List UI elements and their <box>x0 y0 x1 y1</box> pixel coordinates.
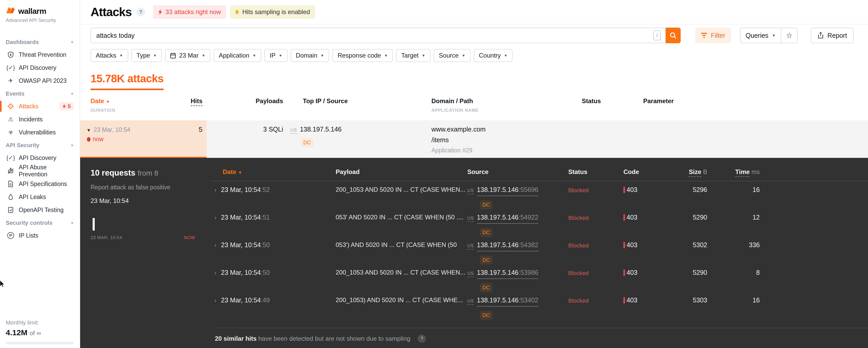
attack-row-date-cell[interactable]: ▼ 23 Mar, 10:54 5 now <box>80 120 207 159</box>
source-ip[interactable]: 138.197.5.146:54382 <box>477 241 538 251</box>
sidebar-item-api-discovery[interactable]: {✓} API Discovery <box>0 61 80 74</box>
warning-icon: ⚠ <box>7 116 14 122</box>
sidebar-item-api-leaks[interactable]: API Leaks <box>0 191 80 203</box>
header-actions[interactable]: Actions <box>760 168 868 176</box>
source-ip[interactable]: 138.197.5.146:53402 <box>477 296 538 307</box>
request-time: 8 <box>707 269 760 277</box>
sidebar-item-label: OpenAPI Testing <box>19 207 63 213</box>
help-icon[interactable]: ? <box>417 335 426 343</box>
histogram-bar <box>93 218 95 231</box>
document-icon <box>7 180 14 187</box>
header-top-ip-source: Top IP / Source <box>286 97 431 113</box>
country-code[interactable]: US <box>467 216 474 222</box>
report-button[interactable]: Report <box>811 28 854 43</box>
country-code[interactable]: US <box>467 243 474 250</box>
attack-row-selected[interactable]: ▼ 23 Mar, 10:54 5 now 3 SQLi US 138.197.… <box>80 120 868 159</box>
request-row[interactable]: ›23 Mar, 10:54:51 053' AND 5020 IN ... C… <box>210 209 868 236</box>
sidebar-item-api-discovery-2[interactable]: {✓} API Discovery <box>0 151 80 164</box>
chip-date[interactable]: 23 Mar▼ <box>165 49 211 62</box>
chevron-right-icon[interactable]: › <box>214 242 216 249</box>
help-icon[interactable]: ? <box>136 7 145 17</box>
chevron-down-icon[interactable]: ▼ <box>86 128 91 133</box>
checklist-icon <box>7 207 14 213</box>
request-row[interactable]: ›23 Mar, 10:54:49 200_1053) AND 5020 IN … <box>210 292 868 319</box>
sidebar-item-api-specifications[interactable]: API Specifications <box>0 177 80 191</box>
chip-country[interactable]: Country▼ <box>474 49 513 62</box>
requests-table-header: Date ▼ Payload Source Status Code Size B… <box>210 168 868 181</box>
sidebar-item-vulnerabilities[interactable]: ☣ Vulnerabilities <box>0 126 80 139</box>
section-api-security[interactable]: API Security ▼ <box>0 139 80 151</box>
chip-application[interactable]: Application▼ <box>214 49 261 62</box>
request-row[interactable]: ›23 Mar, 10:54:50 053') AND 5020 IN ... … <box>210 236 868 264</box>
sidebar: wallarm Advanced API Security Dashboards… <box>0 0 80 348</box>
chip-ip[interactable]: IP▼ <box>265 49 287 62</box>
request-size: 5302 <box>670 241 707 249</box>
source-ip[interactable]: 138.197.5.146:54922 <box>477 213 538 224</box>
droplet-icon <box>7 194 14 200</box>
chip-domain[interactable]: Domain▼ <box>291 49 330 62</box>
calendar-icon <box>170 52 176 59</box>
source-ip[interactable]: 138.197.5.146:53986 <box>477 269 538 279</box>
chevron-down-icon: ▼ <box>772 33 776 37</box>
logo[interactable]: wallarm <box>0 6 80 16</box>
sort-arrow-icon: ▼ <box>238 170 242 175</box>
header-time[interactable]: Time ms <box>707 168 760 176</box>
chevron-right-icon[interactable]: › <box>214 269 216 276</box>
sidebar-item-label: API Discovery <box>19 154 56 162</box>
queries-button[interactable]: Queries ▼ <box>741 28 781 43</box>
country-code[interactable]: US <box>467 188 474 194</box>
sidebar-item-api-abuse-prevention[interactable]: API Abuse Prevention <box>0 164 80 177</box>
chevron-down-icon: ▼ <box>70 92 74 96</box>
header-date[interactable]: Date ▼ <box>210 168 336 176</box>
search-input[interactable] <box>91 28 665 43</box>
chevron-right-icon[interactable]: › <box>214 297 216 304</box>
sidebar-item-openapi-testing[interactable]: OpenAPI Testing <box>0 203 80 216</box>
section-dashboards[interactable]: Dashboards ▼ <box>0 36 80 48</box>
report-false-positive-link[interactable]: Report attack as false positive <box>91 184 210 191</box>
chip-type[interactable]: Type▼ <box>131 49 162 62</box>
country-code[interactable]: US <box>467 271 474 277</box>
chevron-right-icon[interactable]: › <box>214 187 216 193</box>
datacenter-badge: DC <box>480 256 493 265</box>
braces-check-icon: {✓} <box>7 155 14 161</box>
header-size[interactable]: Size B <box>670 168 707 176</box>
code-severity-bar <box>623 242 625 248</box>
chip-attacks[interactable]: Attacks▼ <box>91 49 128 62</box>
request-payload: 053' AND 5020 IN ... CT (CASE WHEN (50 .… <box>336 213 467 221</box>
country-code[interactable]: US <box>467 298 474 305</box>
sidebar-item-attacks[interactable]: Attacks 5 <box>0 100 80 113</box>
filter-button[interactable]: Filter <box>695 28 731 43</box>
chip-target[interactable]: Target▼ <box>396 49 431 62</box>
sidebar-item-owasp-api-2023[interactable]: ✈ OWASP API 2023 <box>0 74 80 87</box>
section-events[interactable]: Events ▼ <box>0 87 80 100</box>
request-row[interactable]: ›23 Mar, 10:54:50 200_1053 AND 5020 IN .… <box>210 264 868 292</box>
sidebar-item-incidents[interactable]: ⚠ Incidents <box>0 113 80 126</box>
attack-live-indicator: now <box>87 136 203 143</box>
header-hits[interactable]: Hits <box>163 97 207 113</box>
attack-source: US 138.197.5.146 DC <box>286 125 431 159</box>
request-row[interactable]: ›23 Mar, 10:54:52 200_1053 AND 5020 IN .… <box>210 181 868 209</box>
ip-circle-icon: IP <box>7 232 14 239</box>
country-code[interactable]: US <box>290 128 297 134</box>
request-size: 5290 <box>670 213 707 221</box>
section-security-controls[interactable]: Security controls ▼ <box>0 216 80 229</box>
search-button[interactable] <box>665 28 681 43</box>
timeline-now: NOW <box>184 235 195 240</box>
live-attacks-badge[interactable]: 33 attacks right now <box>153 5 226 19</box>
chevron-right-icon[interactable]: › <box>214 214 216 221</box>
request-status: Blocked <box>568 186 623 194</box>
request-actions: HintFalse <box>760 269 868 276</box>
datacenter-badge: DC <box>480 311 493 320</box>
attacks-table-header: Date ▼ DURATION Hits Payloads Top IP / S… <box>80 85 868 113</box>
sidebar-item-ip-lists[interactable]: IP IP Lists <box>0 229 80 242</box>
header-date[interactable]: Date ▼ DURATION <box>91 97 163 113</box>
chip-response-code[interactable]: Response code▼ <box>332 49 393 62</box>
favorite-star-button[interactable]: ☆ <box>781 28 797 43</box>
attack-ip[interactable]: 138.197.5.146 <box>300 125 342 133</box>
attacks-count-badge: 5 <box>59 102 74 111</box>
chip-source[interactable]: Source▼ <box>434 49 471 62</box>
sidebar-nav: Dashboards ▼ Threat Prevention {✓} API D… <box>0 36 80 242</box>
star-icon: ☆ <box>786 31 793 40</box>
source-ip[interactable]: 138.197.5.146:55696 <box>477 186 538 196</box>
sidebar-item-threat-prevention[interactable]: Threat Prevention <box>0 48 80 61</box>
